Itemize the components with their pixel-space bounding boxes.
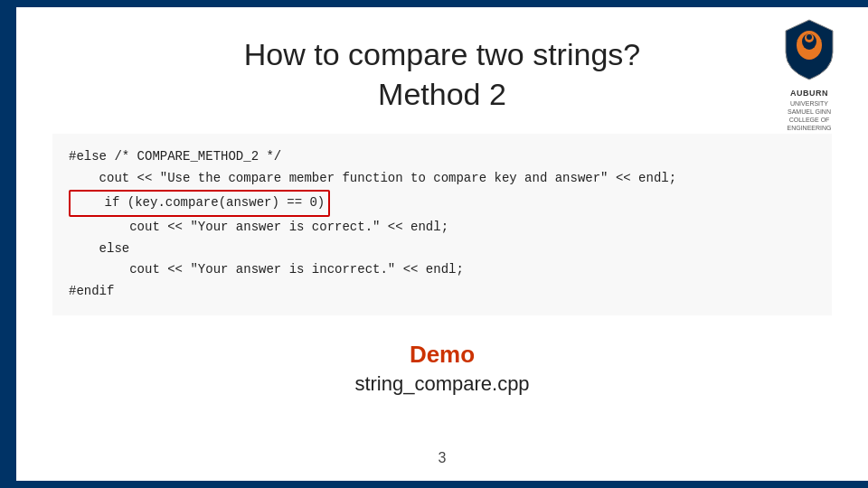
- university-logo: AUBURN UNIVERSITY SAMUEL GINN COLLEGE OF…: [769, 18, 850, 132]
- slide: AUBURN UNIVERSITY SAMUEL GINN COLLEGE OF…: [0, 0, 868, 488]
- demo-section: Demo string_compare.cpp: [52, 341, 832, 396]
- page-number: 3: [439, 450, 447, 466]
- demo-filename: string_compare.cpp: [52, 372, 832, 396]
- logo-sub3: COLLEGE OF ENGINEERING: [769, 116, 850, 132]
- code-line4: cout << "Your answer is correct." << end…: [69, 220, 448, 234]
- title-line2: Method 2: [378, 77, 506, 111]
- slide-content: AUBURN UNIVERSITY SAMUEL GINN COLLEGE OF…: [16, 7, 868, 481]
- code-line7: #endif: [69, 284, 114, 298]
- bottom-accent-bar: [16, 481, 868, 488]
- code-block: #else /* COMPARE_METHOD_2 */ cout << "Us…: [52, 134, 832, 315]
- logo-sub2: SAMUEL GINN: [769, 108, 850, 116]
- logo-sub1: UNIVERSITY: [769, 99, 850, 108]
- title-line1: How to compare two strings?: [244, 37, 640, 71]
- code-line2: cout << "Use the compare member function…: [69, 171, 676, 185]
- slide-title: How to compare two strings? Method 2: [52, 34, 832, 114]
- code-line6: cout << "Your answer is incorrect." << e…: [69, 262, 464, 277]
- demo-label: Demo: [52, 341, 832, 369]
- code-line1: #else /* COMPARE_METHOD_2 */: [69, 149, 281, 164]
- logo-shield-icon: [782, 18, 836, 81]
- logo-university-name: AUBURN: [769, 89, 850, 99]
- left-accent-bar: [0, 0, 16, 488]
- top-accent-bar: [16, 0, 868, 7]
- code-line5: else: [69, 241, 129, 256]
- svg-point-5: [807, 34, 812, 40]
- code-line3-highlighted: if (key.compare(answer) == 0): [69, 190, 330, 217]
